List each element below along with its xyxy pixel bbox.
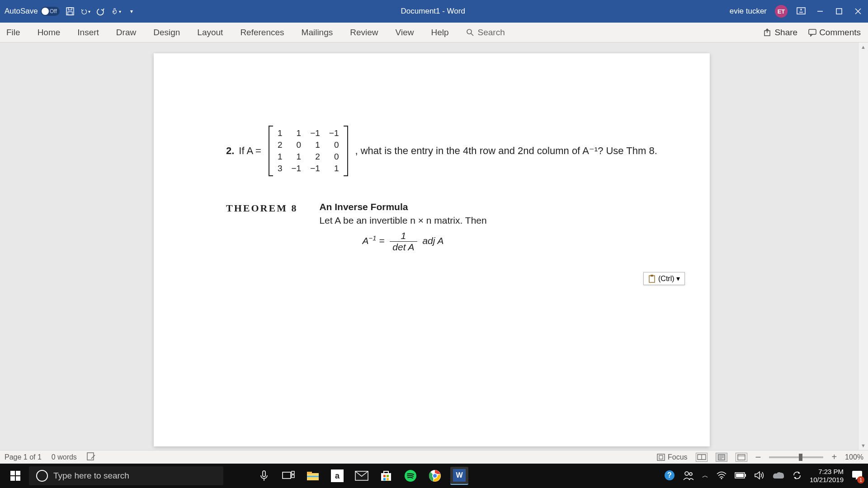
problem-number: 2. (226, 145, 234, 157)
save-icon[interactable] (65, 6, 75, 16)
toggle-knob (42, 8, 49, 15)
scroll-down-icon[interactable]: ▼ (859, 441, 868, 450)
tab-file[interactable]: File (6, 28, 20, 38)
comments-button[interactable]: Comments (808, 28, 861, 38)
close-button[interactable] (853, 6, 863, 17)
clipboard-icon (648, 275, 656, 283)
matrix: 11−1−1 2010 1120 3−1−11 (269, 126, 348, 176)
matrix-cell: −1 (306, 127, 325, 139)
task-view-icon[interactable] (279, 467, 297, 485)
onedrive-icon[interactable] (773, 471, 784, 481)
word-icon[interactable]: W (450, 467, 468, 485)
svg-point-8 (467, 29, 472, 34)
tab-design[interactable]: Design (153, 28, 180, 38)
touch-mode-icon[interactable]: ▾ (111, 6, 121, 16)
formula-rhs: adj A (422, 235, 443, 246)
matrix-cell: −1 (306, 163, 325, 174)
taskbar-search[interactable]: Type here to search (29, 466, 223, 485)
store-icon[interactable] (377, 467, 395, 485)
minimize-button[interactable] (815, 6, 826, 17)
user-name: evie tucker (730, 7, 767, 16)
zoom-thumb[interactable] (799, 454, 802, 461)
start-button[interactable] (2, 464, 29, 488)
svg-rect-30 (292, 475, 294, 478)
maximize-button[interactable] (834, 6, 844, 17)
tab-layout[interactable]: Layout (197, 28, 223, 38)
volume-icon[interactable] (755, 471, 764, 481)
scroll-up-icon[interactable]: ▲ (859, 42, 868, 52)
theorem-block: THEOREM 8 An Inverse Formula Let A be an… (226, 202, 665, 253)
tab-references[interactable]: References (240, 28, 284, 38)
title-bar-left: AutoSave Off ▾ ▾ ▾ (5, 6, 137, 16)
read-mode-button[interactable] (696, 453, 708, 462)
focus-mode-button[interactable]: Focus (657, 453, 688, 461)
formula-eq: = (376, 235, 387, 246)
web-layout-button[interactable] (736, 453, 747, 462)
redo-icon[interactable] (96, 6, 106, 16)
tab-insert[interactable]: Insert (77, 28, 99, 38)
ribbon-right: Share Comments (764, 28, 861, 38)
svg-rect-14 (87, 453, 94, 460)
file-explorer-icon[interactable] (304, 467, 322, 485)
matrix-cell: 3 (273, 163, 287, 174)
ribbon-display-icon[interactable] (796, 6, 807, 17)
zoom-level[interactable]: 100% (845, 453, 863, 461)
tab-view[interactable]: View (396, 28, 414, 38)
status-bar: Page 1 of 1 0 words Focus − + 100% (0, 450, 868, 464)
svg-rect-15 (657, 454, 665, 460)
svg-text:?: ? (667, 471, 672, 479)
problem-row: 2. If A = 11−1−1 2010 1120 3−1−11 , what… (226, 126, 665, 176)
svg-rect-12 (649, 276, 655, 282)
svg-rect-38 (383, 478, 386, 480)
wifi-icon[interactable] (717, 471, 726, 481)
tab-draw[interactable]: Draw (116, 28, 136, 38)
zoom-slider[interactable] (769, 456, 823, 458)
word-count[interactable]: 0 words (52, 453, 77, 461)
mail-icon[interactable] (353, 467, 371, 485)
zoom-in-button[interactable]: + (831, 452, 837, 462)
page-info[interactable]: Page 1 of 1 (5, 453, 42, 461)
tell-me-search[interactable]: Search (466, 28, 505, 38)
spotify-icon[interactable] (401, 467, 420, 485)
undo-icon[interactable]: ▾ (80, 6, 90, 16)
help-icon[interactable]: ? (664, 470, 675, 482)
action-center-icon[interactable]: 1 (852, 470, 863, 482)
battery-icon[interactable] (735, 472, 746, 480)
user-avatar[interactable]: ET (775, 5, 788, 18)
clock[interactable]: 7:23 PM 10/21/2019 (810, 468, 844, 484)
svg-rect-2 (68, 12, 72, 15)
amazon-icon[interactable]: a (328, 467, 346, 485)
tray-chevron-up-icon[interactable]: ︿ (702, 472, 708, 480)
tab-review[interactable]: Review (350, 28, 378, 38)
search-placeholder: Search (478, 28, 505, 38)
share-button[interactable]: Share (764, 28, 797, 38)
windows-icon (10, 470, 21, 481)
vertical-scrollbar[interactable]: ▲ ▼ (858, 42, 868, 450)
sync-icon[interactable] (793, 471, 802, 481)
autosave-toggle[interactable]: AutoSave Off (5, 7, 60, 16)
svg-point-43 (433, 474, 437, 478)
matrix-cell: 1 (287, 127, 306, 139)
toggle-switch[interactable]: Off (41, 7, 60, 16)
document-page[interactable]: 2. If A = 11−1−1 2010 1120 3−1−11 , what… (154, 53, 710, 446)
chrome-icon[interactable] (426, 467, 444, 485)
comment-icon (808, 28, 816, 37)
title-bar: AutoSave Off ▾ ▾ ▾ Document1 - Word evie… (0, 0, 868, 23)
customize-qat-icon[interactable]: ▾ (127, 6, 137, 16)
spellcheck-icon[interactable] (87, 452, 97, 462)
tab-mailings[interactable]: Mailings (302, 28, 333, 38)
focus-label: Focus (668, 453, 688, 461)
mic-icon[interactable] (255, 467, 273, 485)
autosave-label: AutoSave (5, 7, 38, 16)
document-area: 2. If A = 11−1−1 2010 1120 3−1−11 , what… (0, 42, 868, 450)
people-icon[interactable] (683, 470, 694, 482)
svg-rect-28 (283, 472, 291, 479)
svg-line-9 (471, 33, 473, 36)
paste-options-button[interactable]: (Ctrl) ▾ (643, 272, 685, 285)
comments-label: Comments (819, 28, 861, 38)
svg-rect-24 (16, 471, 20, 475)
print-layout-button[interactable] (716, 453, 727, 462)
tab-home[interactable]: Home (38, 28, 61, 38)
tab-help[interactable]: Help (431, 28, 448, 38)
zoom-out-button[interactable]: − (755, 451, 761, 463)
